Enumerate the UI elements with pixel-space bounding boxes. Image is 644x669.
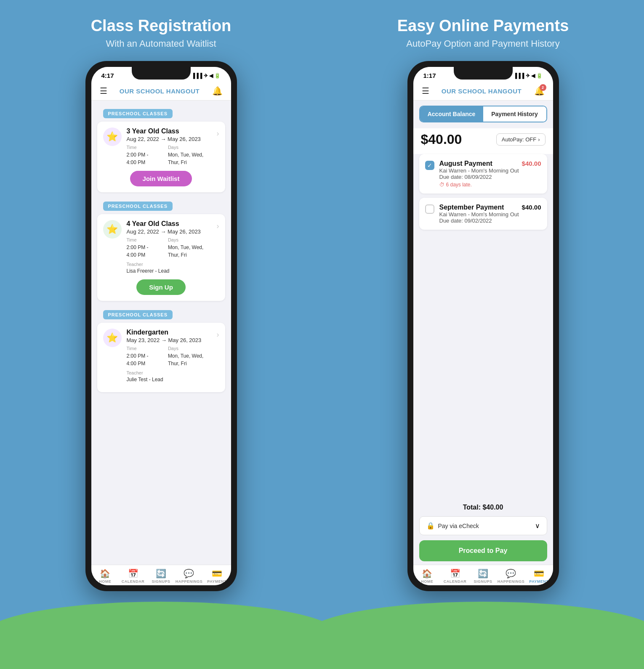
due-label-2: Due date: <box>439 218 463 224</box>
payment-title-1: August Payment <box>439 160 492 167</box>
signups-icon-right: 🔄 <box>478 568 488 579</box>
star-icon-3: ⭐ <box>106 332 118 343</box>
nav-happenings-right[interactable]: 💬 HAPPENINGS <box>497 568 525 584</box>
payment-title-2: September Payment <box>439 204 504 211</box>
payment-card-2[interactable]: September Payment $40.00 Kai Warren - Mo… <box>419 198 547 230</box>
section-label-2: PRESCHOOL CLASSES <box>103 202 173 211</box>
hamburger-icon-right[interactable]: ☰ <box>422 86 429 96</box>
checkbox-2[interactable] <box>425 204 434 214</box>
class-info-1: 3 Year Old Class Aug 22, 2022 → May 26, … <box>127 127 212 166</box>
late-text-1: 6 days late. <box>446 182 472 188</box>
tab-account-balance[interactable]: Account Balance <box>420 106 483 122</box>
payment-row-1: ✓ August Payment $40.00 Kai Warren - Mom… <box>425 160 541 188</box>
balance-row: $40.00 AutoPay: OFF › <box>413 128 553 154</box>
class-header-1: ⭐ 3 Year Old Class Aug 22, 2022 → May 26… <box>103 127 219 166</box>
class-name-1: 3 Year Old Class <box>127 127 212 135</box>
notification-badge: 2 <box>540 84 546 91</box>
bell-icon-left[interactable]: 🔔 <box>212 86 223 96</box>
nav-label-happenings-left: HAPPENINGS <box>176 579 203 584</box>
section-label-3: PRESCHOOL CLASSES <box>103 310 173 319</box>
pay-method-selector[interactable]: 🔒 Pay via eCheck ∨ <box>419 516 547 535</box>
days-value-3: Mon, Tue, Wed, Thur, Fri <box>168 353 204 366</box>
lock-icon: 🔒 <box>426 522 435 530</box>
payment-amount-2: $40.00 <box>522 204 541 211</box>
nav-home-right[interactable]: 🏠 HOME <box>413 568 441 584</box>
join-waitlist-button[interactable]: Join Waitlist <box>130 171 192 186</box>
class-name-2: 4 Year Old Class <box>127 220 212 228</box>
time-right: 1:17 <box>423 72 436 79</box>
time-value-2: 2:00 PM - 4:00 PM <box>127 244 149 258</box>
days-label-2: Days <box>168 237 212 242</box>
bottom-nav-right: 🏠 HOME 📅 CALENDAR 🔄 SIGNUPS 💬 HAPPENINGS <box>413 565 553 585</box>
section-label-wrap-2: PRESCHOOL CLASSES <box>91 196 231 214</box>
section-label-wrap-1: PRESCHOOL CLASSES <box>91 104 231 122</box>
class-details-1: Time 2:00 PM - 4:00 PM Days Mon, Tue, We… <box>127 145 212 166</box>
teacher-value-3: Julie Test - Lead <box>127 377 163 382</box>
total-row: Total: $40.00 <box>413 497 553 516</box>
time-label-1: Time <box>127 145 160 150</box>
teacher-block-3: Teacher Julie Test - Lead <box>127 370 212 383</box>
class-card-2[interactable]: ⭐ 4 Year Old Class Aug 22, 2022 → May 26… <box>97 214 225 301</box>
left-panel: Class Registration With an Automated Wai… <box>0 0 322 669</box>
status-icons-right: ▐▐▐ ✈ ◀ 🔋 <box>514 73 543 79</box>
nav-label-happenings-right: HAPPENINGS <box>498 579 525 584</box>
chevron-down-icon: ∨ <box>535 522 540 530</box>
calendar-icon-right: 📅 <box>450 568 460 579</box>
tab-bar: Account Balance Payment History <box>419 106 547 122</box>
nav-label-calendar-right: CALENDAR <box>444 579 467 584</box>
home-icon-left: 🏠 <box>100 568 110 579</box>
hill-decoration-left <box>0 602 339 669</box>
time-block-1: Time 2:00 PM - 4:00 PM <box>127 145 160 166</box>
class-dates-3: May 23, 2022 → May 26, 2023 <box>127 337 212 343</box>
autopay-button[interactable]: AutoPay: OFF › <box>496 133 546 146</box>
hill-decoration-right <box>305 602 644 669</box>
nav-happenings-left[interactable]: 💬 HAPPENINGS <box>175 568 203 584</box>
happenings-icon-left: 💬 <box>184 568 194 579</box>
nav-calendar-left[interactable]: 📅 CALENDAR <box>119 568 147 584</box>
star-icon-2: ⭐ <box>106 224 118 235</box>
signup-button[interactable]: Sign Up <box>136 279 186 295</box>
calendar-icon-left: 📅 <box>128 568 138 579</box>
proceed-button[interactable]: Proceed to Pay <box>419 540 547 561</box>
payment-left-2: September Payment $40.00 Kai Warren - Mo… <box>425 204 541 224</box>
class-card-3[interactable]: ⭐ Kindergarten May 23, 2022 → May 26, 20… <box>97 323 225 392</box>
nav-home-left[interactable]: 🏠 HOME <box>91 568 119 584</box>
nav-signups-right[interactable]: 🔄 SIGNUPS <box>469 568 497 584</box>
class-card-1[interactable]: ⭐ 3 Year Old Class Aug 22, 2022 → May 26… <box>97 122 225 192</box>
payment-details-1: August Payment $40.00 Kai Warren - Mom's… <box>439 160 541 188</box>
time-value-3: 2:00 PM - 4:00 PM <box>127 353 149 366</box>
teacher-label-3: Teacher <box>127 370 212 375</box>
signups-icon-left: 🔄 <box>156 568 166 579</box>
class-info-3: Kindergarten May 23, 2022 → May 26, 2023… <box>127 329 212 383</box>
payment-row-2: September Payment $40.00 Kai Warren - Mo… <box>425 204 541 224</box>
hamburger-icon-left[interactable]: ☰ <box>100 86 107 96</box>
time-label-2: Time <box>127 237 160 242</box>
bell-wrap-right: 🔔 2 <box>534 86 545 96</box>
checkbox-1[interactable]: ✓ <box>425 161 434 170</box>
balance-amount: $40.00 <box>421 132 462 147</box>
left-phone: 4:17 ▐▐▐ ✈ ◀ 🔋 ☰ OUR SCHOOL HANGOUT 🔔 PR… <box>85 61 237 591</box>
nav-calendar-right[interactable]: 📅 CALENDAR <box>441 568 469 584</box>
payment-card-1[interactable]: ✓ August Payment $40.00 Kai Warren - Mom… <box>419 154 547 194</box>
bottom-spacer <box>413 561 553 565</box>
nav-signups-left[interactable]: 🔄 SIGNUPS <box>147 568 175 584</box>
section-label-1: PRESCHOOL CLASSES <box>103 109 173 118</box>
time-value-1: 2:00 PM - 4:00 PM <box>127 152 149 165</box>
class-details-3: Time 2:00 PM - 4:00 PM Days Mon, Tue, We… <box>127 346 212 367</box>
left-phone-container: 4:17 ▐▐▐ ✈ ◀ 🔋 ☰ OUR SCHOOL HANGOUT 🔔 PR… <box>8 61 314 669</box>
nav-payment-left[interactable]: 💳 PAYMENT <box>203 568 231 584</box>
payment-icon-right: 💳 <box>534 568 544 579</box>
left-subtitle: With an Automated Waitlist <box>106 38 216 49</box>
time-block-2: Time 2:00 PM - 4:00 PM <box>127 237 160 258</box>
payment-due-2: Due date: 09/02/2022 <box>439 218 541 224</box>
class-icon-1: ⭐ <box>103 127 122 146</box>
check-icon-1: ✓ <box>427 162 432 169</box>
phone-screen-left: 4:17 ▐▐▐ ✈ ◀ 🔋 ☰ OUR SCHOOL HANGOUT 🔔 PR… <box>91 67 231 585</box>
status-icons-left: ▐▐▐ ✈ ◀ 🔋 <box>192 73 221 79</box>
clock-icon-1: ⏱ <box>439 182 444 188</box>
nav-payment-right[interactable]: 💳 PAYMENT <box>525 568 553 584</box>
app-name-left: OUR SCHOOL HANGOUT <box>120 88 200 95</box>
tab-payment-history[interactable]: Payment History <box>483 106 546 122</box>
nav-label-payment-left: PAYMENT <box>207 579 226 584</box>
due-label-1: Due date: <box>439 174 463 180</box>
